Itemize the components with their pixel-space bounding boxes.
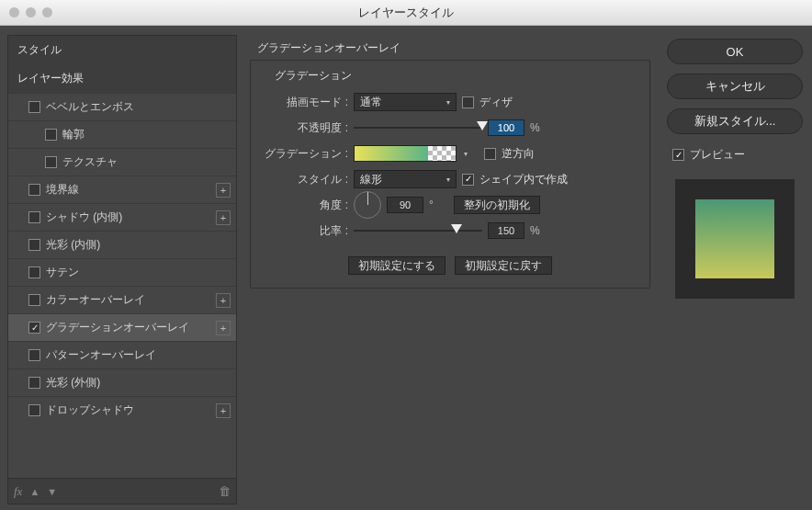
traffic-lights <box>9 7 52 17</box>
chevron-down-icon: ▾ <box>446 98 450 107</box>
chevron-down-icon[interactable]: ▾ <box>464 150 468 158</box>
style-label: スタイル : <box>260 172 348 187</box>
settings-panel: グラデーションオーバーレイ グラデーション 描画モード : 通常 ▾ ディザ 不… <box>246 35 658 504</box>
trash-icon[interactable]: 🗑 <box>219 484 231 498</box>
new-style-button[interactable]: 新規スタイル... <box>667 108 803 134</box>
align-label: シェイプ内で作成 <box>479 172 568 187</box>
angle-field[interactable]: 90 <box>387 197 423 213</box>
reset-default-button[interactable]: 初期設定に戻す <box>455 256 552 275</box>
cancel-button[interactable]: キャンセル <box>667 74 803 99</box>
sidebar-item-label: ドロップシャドウ <box>46 402 210 418</box>
window-title: レイヤースタイル <box>358 5 454 21</box>
window-titlebar: レイヤースタイル <box>0 0 812 26</box>
effect-checkbox[interactable] <box>28 294 40 306</box>
dither-checkbox[interactable] <box>462 96 474 108</box>
effects-list: スタイル レイヤー効果 ベベルとエンボス輪郭テクスチャ境界線+シャドウ (内側)… <box>7 35 237 479</box>
sidebar-item[interactable]: 輪郭 <box>8 120 236 148</box>
scale-slider[interactable] <box>354 223 482 238</box>
gradient-swatch[interactable] <box>354 145 457 162</box>
chevron-down-icon: ▾ <box>446 176 450 184</box>
styles-heading[interactable]: スタイル <box>8 36 236 64</box>
sidebar-item-label: ベベルとエンボス <box>46 99 231 115</box>
scale-unit: % <box>530 224 540 237</box>
reverse-checkbox[interactable] <box>484 148 496 160</box>
effect-checkbox[interactable] <box>28 266 40 278</box>
sidebar-item-label: グラデーションオーバーレイ <box>46 320 210 335</box>
layer-effects-heading[interactable]: レイヤー効果 <box>8 64 236 93</box>
effect-checkbox[interactable] <box>28 349 40 361</box>
dither-label: ディザ <box>479 95 513 110</box>
sidebar-item-label: パターンオーバーレイ <box>46 347 231 363</box>
sidebar-item-label: シャドウ (内側) <box>46 210 210 225</box>
angle-dial[interactable] <box>354 191 381 219</box>
add-effect-icon[interactable]: + <box>216 321 231 335</box>
move-down-icon[interactable]: ▼ <box>47 486 57 497</box>
section-title: グラデーションオーバーレイ <box>257 40 650 56</box>
sidebar-footer: fx ▲ ▼ 🗑 <box>7 479 237 504</box>
dialog-buttons: OK キャンセル 新規スタイル... プレビュー <box>667 35 803 504</box>
angle-unit: ° <box>429 198 434 211</box>
zoom-dot[interactable] <box>42 7 52 17</box>
preview-label: プレビュー <box>690 147 745 163</box>
effect-checkbox[interactable] <box>28 377 40 389</box>
opacity-unit: % <box>530 121 540 134</box>
style-select[interactable]: 線形 ▾ <box>354 170 457 188</box>
opacity-field[interactable]: 100 <box>488 119 524 136</box>
sidebar-item-label: テクスチャ <box>62 154 231 170</box>
sidebar-item[interactable]: 光彩 (外側) <box>8 368 236 396</box>
sidebar-item[interactable]: ベベルとエンボス <box>8 93 236 120</box>
blend-mode-select[interactable]: 通常 ▾ <box>354 93 457 111</box>
sidebar-item-label: 輪郭 <box>62 127 231 142</box>
effect-checkbox[interactable] <box>28 322 40 334</box>
sidebar-item-label: 境界線 <box>46 182 210 198</box>
reverse-label: 逆方向 <box>502 146 535 162</box>
minimize-dot[interactable] <box>26 7 36 17</box>
effect-checkbox[interactable] <box>28 184 40 196</box>
fx-icon[interactable]: fx <box>14 484 22 499</box>
add-effect-icon[interactable]: + <box>216 403 231 418</box>
sidebar-item[interactable]: ドロップシャドウ+ <box>8 396 236 424</box>
effect-checkbox[interactable] <box>28 101 40 113</box>
make-default-button[interactable]: 初期設定にする <box>348 256 445 275</box>
sidebar-item[interactable]: パターンオーバーレイ <box>8 341 236 368</box>
preview-thumbnail <box>675 179 795 299</box>
effect-checkbox[interactable] <box>28 404 40 416</box>
sidebar-item[interactable]: グラデーションオーバーレイ+ <box>8 313 236 341</box>
sidebar-item[interactable]: サテン <box>8 258 236 286</box>
sidebar-item-label: 光彩 (内側) <box>46 237 231 253</box>
sidebar-item-label: 光彩 (外側) <box>46 375 231 391</box>
effects-sidebar: スタイル レイヤー効果 ベベルとエンボス輪郭テクスチャ境界線+シャドウ (内側)… <box>7 35 237 504</box>
scale-field[interactable]: 150 <box>488 222 524 239</box>
sidebar-item[interactable]: テクスチャ <box>8 148 236 176</box>
sidebar-item[interactable]: 光彩 (内側) <box>8 231 236 258</box>
sidebar-item[interactable]: 境界線+ <box>8 176 236 203</box>
scale-label: 比率 : <box>260 223 348 239</box>
align-checkbox[interactable] <box>462 174 474 186</box>
sidebar-item-label: サテン <box>46 265 231 280</box>
group-title: グラデーション <box>275 68 640 84</box>
sidebar-item[interactable]: シャドウ (内側)+ <box>8 203 236 231</box>
opacity-slider[interactable] <box>354 120 482 135</box>
effect-checkbox[interactable] <box>45 129 57 141</box>
move-up-icon[interactable]: ▲ <box>29 486 39 497</box>
close-dot[interactable] <box>9 7 19 17</box>
blend-mode-label: 描画モード : <box>260 95 348 110</box>
add-effect-icon[interactable]: + <box>216 210 231 225</box>
add-effect-icon[interactable]: + <box>216 183 231 198</box>
effect-checkbox[interactable] <box>28 239 40 251</box>
reset-alignment-button[interactable]: 整列の初期化 <box>454 196 540 214</box>
preview-checkbox[interactable] <box>672 149 684 161</box>
opacity-label: 不透明度 : <box>260 120 348 136</box>
sidebar-item[interactable]: カラーオーバーレイ+ <box>8 286 236 313</box>
angle-label: 角度 : <box>260 198 348 213</box>
ok-button[interactable]: OK <box>667 39 803 64</box>
effect-checkbox[interactable] <box>45 156 57 168</box>
add-effect-icon[interactable]: + <box>216 293 231 308</box>
sidebar-item-label: カラーオーバーレイ <box>46 292 210 308</box>
gradient-label: グラデーション : <box>260 146 348 162</box>
effect-checkbox[interactable] <box>28 211 40 223</box>
